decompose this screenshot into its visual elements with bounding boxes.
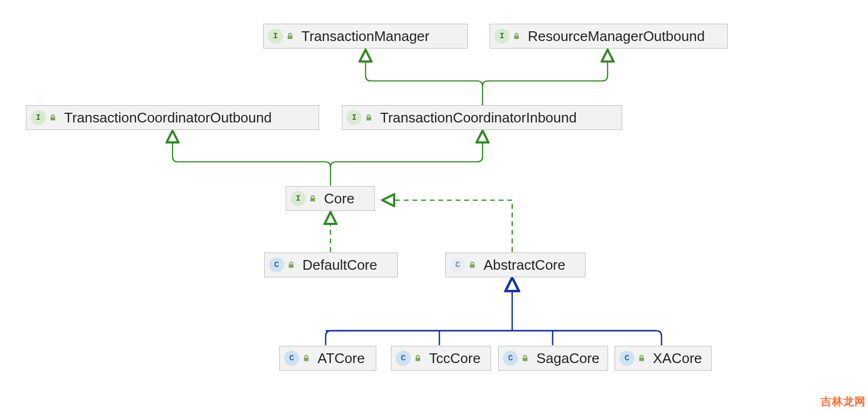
edge-tci-tm	[366, 56, 483, 86]
interface-icon: I	[291, 191, 306, 206]
lock-icon	[365, 114, 373, 121]
node-resource-manager-outbound: I ResourceManagerOutbound	[490, 24, 728, 49]
node-label: TccCore	[429, 351, 480, 365]
lock-icon	[469, 261, 476, 269]
node-label: DefaultCore	[302, 258, 377, 272]
lock-icon	[414, 354, 422, 362]
node-default-core: C DefaultCore	[264, 252, 398, 277]
class-icon: C	[284, 351, 299, 366]
class-icon: C	[619, 351, 635, 366]
interface-icon: I	[347, 110, 362, 125]
node-label: ATCore	[318, 351, 365, 365]
node-label: TransactionCoordinatorOutbound	[64, 111, 272, 125]
class-icon: C	[269, 257, 284, 272]
lock-icon	[521, 354, 529, 362]
edge-core-tci	[330, 136, 483, 167]
interface-icon: I	[268, 29, 283, 44]
edge-tci-rmo	[483, 56, 608, 86]
node-label: SagaCore	[536, 351, 600, 365]
lock-icon	[287, 261, 295, 269]
lock-icon	[286, 32, 294, 40]
node-label: TransactionCoordinatorInbound	[380, 111, 577, 125]
class-icon: C	[396, 351, 411, 366]
interface-icon: I	[31, 110, 46, 125]
lock-icon	[638, 354, 645, 362]
node-tcc-core: C TccCore	[391, 346, 491, 371]
abstract-class-icon: C	[450, 257, 465, 272]
lock-icon	[49, 114, 57, 121]
node-label: Core	[324, 192, 354, 206]
lock-icon	[302, 354, 310, 362]
node-transaction-coordinator-outbound: I TransactionCoordinatorOutbound	[26, 105, 319, 130]
interface-icon: I	[494, 29, 509, 44]
node-xa-core: C XACore	[615, 346, 712, 371]
node-transaction-manager: I TransactionManager	[263, 24, 468, 49]
class-icon: C	[503, 351, 518, 366]
node-abstract-core: C AbstractCore	[445, 252, 585, 277]
node-label: XACore	[653, 351, 702, 365]
edge-core-tco	[173, 136, 330, 167]
watermark-text: 吉林龙网	[821, 394, 866, 409]
lock-icon	[309, 195, 316, 202]
node-core: I Core	[286, 186, 375, 211]
node-at-core: C ATCore	[279, 346, 376, 371]
node-label: TransactionManager	[301, 29, 430, 43]
edge-abstractcore-core	[388, 200, 512, 252]
node-label: AbstractCore	[484, 258, 566, 272]
node-label: ResourceManagerOutbound	[528, 29, 705, 43]
lock-icon	[513, 32, 520, 40]
edge-bus	[326, 331, 662, 336]
node-saga-core: C SagaCore	[498, 346, 608, 371]
node-transaction-coordinator-inbound: I TransactionCoordinatorInbound	[342, 105, 622, 130]
